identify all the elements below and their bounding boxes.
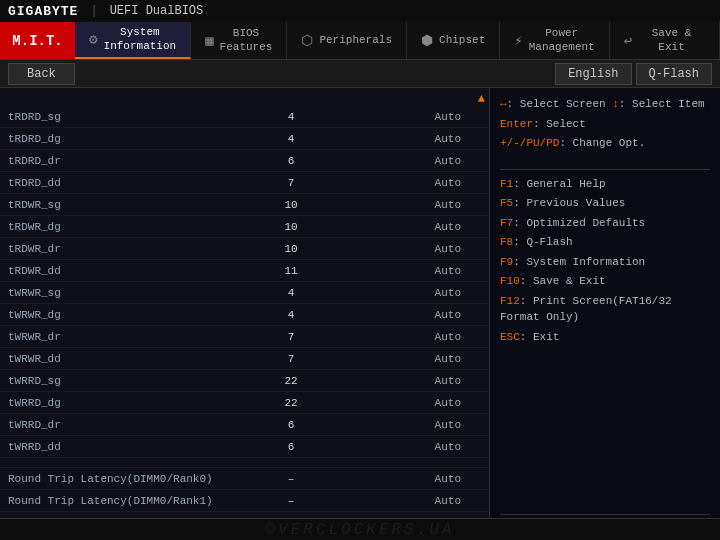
row-value: 10: [235, 243, 348, 255]
table-row[interactable]: tWRWR_sg 4 Auto: [0, 282, 489, 304]
nav-bios-features[interactable]: ▦ BIOSFeatures: [191, 22, 287, 59]
help-desc: : Save & Exit: [520, 275, 606, 287]
help-desc: : Print Screen(FAT16/32 Format Only): [500, 295, 672, 324]
language-button[interactable]: English: [555, 63, 631, 85]
help-panel: ↔: Select Screen ↕: Select Item Enter: S…: [490, 88, 720, 540]
table-row[interactable]: tWRRD_dr 6 Auto: [0, 414, 489, 436]
row-value: 22: [235, 397, 348, 409]
table-row[interactable]: tWRRD_dd 6 Auto: [0, 436, 489, 458]
table-row[interactable]: tRDWR_dr 10 Auto: [0, 238, 489, 260]
row-name: tWRWR_sg: [8, 287, 235, 299]
help-divider: [500, 169, 710, 170]
table-row[interactable]: Round Trip Latency(DIMM0/Rank1) – Auto: [0, 490, 489, 512]
table-row[interactable]: tWRRD_sg 22 Auto: [0, 370, 489, 392]
row-name: tWRWR_dg: [8, 309, 235, 321]
table-row[interactable]: tRDRD_dg 4 Auto: [0, 128, 489, 150]
help-key: F12: [500, 295, 520, 307]
enter-desc: : Select: [533, 118, 586, 130]
nav-system-information[interactable]: ⚙ SystemInformation: [75, 22, 191, 59]
row-option: Auto: [348, 375, 481, 387]
table-row[interactable]: Round Trip Latency(DIMM0/Rank0) – Auto: [0, 468, 489, 490]
row-option: Auto: [348, 441, 481, 453]
help-desc: : Previous Values: [513, 197, 625, 209]
row-value: 7: [235, 331, 348, 343]
nav-save-exit-label: Save & Exit: [638, 27, 705, 53]
bios-table[interactable]: ▲ tRDRD_sg 4 Auto tRDRD_dg 4 Auto tRDRD_…: [0, 88, 490, 540]
row-option: Auto: [348, 133, 481, 145]
table-row[interactable]: tRDRD_sg 4 Auto: [0, 106, 489, 128]
row-name: tWRRD_dr: [8, 419, 235, 431]
help-desc: : Exit: [520, 331, 560, 343]
row-name: tRDRD_sg: [8, 111, 235, 123]
nav-peripherals-label: Peripherals: [319, 34, 392, 47]
main-content: ▲ tRDRD_sg 4 Auto tRDRD_dg 4 Auto tRDRD_…: [0, 88, 720, 540]
help-key: F5: [500, 197, 513, 209]
row-option: Auto: [348, 473, 481, 485]
row-value: 4: [235, 133, 348, 145]
ud-arrows-icon: ↕: [612, 98, 619, 110]
help-key: F10: [500, 275, 520, 287]
watermark: ©VERCLOCKERS.UA: [265, 521, 454, 539]
table-row[interactable]: tRDWR_dd 11 Auto: [0, 260, 489, 282]
row-name: tWRRD_dd: [8, 441, 235, 453]
row-value: 6: [235, 419, 348, 431]
help-change: +/-/PU/PD: Change Opt.: [500, 135, 710, 152]
toolbar: Back English Q-Flash: [0, 60, 720, 88]
table-row[interactable]: tRDRD_dd 7 Auto: [0, 172, 489, 194]
arrows-screen-text: : Select Screen: [507, 98, 613, 110]
nav-peripherals[interactable]: ⬡ Peripherals: [287, 22, 407, 59]
mit-tab[interactable]: M.I.T.: [0, 22, 75, 59]
help-key-line: F7: Optimized Defaults: [500, 215, 710, 232]
titlebar-sep: |: [90, 4, 97, 18]
nav-power-label: PowerManagement: [529, 27, 595, 53]
chipset-icon: ⬢: [421, 32, 433, 49]
help-desc: : Optimized Defaults: [513, 217, 645, 229]
row-value: 4: [235, 309, 348, 321]
help-key: F1: [500, 178, 513, 190]
table-row[interactable]: tWRWR_dg 4 Auto: [0, 304, 489, 326]
arrows-icon: ↔: [500, 98, 507, 110]
row-name: tWRWR_dd: [8, 353, 235, 365]
row-name: Round Trip Latency(DIMM0/Rank1): [8, 495, 235, 507]
help-nav-arrows: ↔: Select Screen ↕: Select Item: [500, 96, 710, 113]
row-name: tRDRD_dd: [8, 177, 235, 189]
help-key: F9: [500, 256, 513, 268]
table-row[interactable]: tRDWR_dg 10 Auto: [0, 216, 489, 238]
titlebar-subtitle: UEFI DualBIOS: [110, 4, 204, 18]
save-exit-icon: ↩: [624, 32, 632, 49]
table-row[interactable]: tWRWR_dd 7 Auto: [0, 348, 489, 370]
row-option: Auto: [348, 177, 481, 189]
row-value: 10: [235, 221, 348, 233]
row-name: tRDRD_dg: [8, 133, 235, 145]
power-icon: ⚡: [514, 32, 522, 49]
navbar: M.I.T. ⚙ SystemInformation ▦ BIOSFeature…: [0, 22, 720, 60]
nav-power-management[interactable]: ⚡ PowerManagement: [500, 22, 609, 59]
qflash-button[interactable]: Q-Flash: [636, 63, 712, 85]
table-row[interactable]: tWRRD_dg 22 Auto: [0, 392, 489, 414]
row-option: Auto: [348, 265, 481, 277]
row-option: Auto: [348, 199, 481, 211]
titlebar: GIGABYTE | UEFI DualBIOS: [0, 0, 720, 22]
row-value: 10: [235, 199, 348, 211]
help-navigation: ↔: Select Screen ↕: Select Item Enter: S…: [500, 96, 710, 155]
row-value: 4: [235, 111, 348, 123]
table-row[interactable]: [0, 458, 489, 468]
table-row[interactable]: tWRWR_dr 7 Auto: [0, 326, 489, 348]
row-option: Auto: [348, 111, 481, 123]
bios-features-icon: ▦: [205, 32, 213, 49]
enter-key: Enter: [500, 118, 533, 130]
row-option: Auto: [348, 309, 481, 321]
table-row[interactable]: tRDWR_sg 10 Auto: [0, 194, 489, 216]
back-button[interactable]: Back: [8, 63, 75, 85]
row-name: tRDWR_sg: [8, 199, 235, 211]
nav-save-exit[interactable]: ↩ Save & Exit: [610, 22, 720, 59]
help-desc: : General Help: [513, 178, 605, 190]
help-key-line: F1: General Help: [500, 176, 710, 193]
nav-chipset[interactable]: ⬢ Chipset: [407, 22, 500, 59]
row-option: Auto: [348, 419, 481, 431]
row-value: –: [235, 473, 348, 485]
row-value: –: [235, 495, 348, 507]
help-key-line: F5: Previous Values: [500, 195, 710, 212]
scroll-up-arrow: ▲: [478, 92, 485, 106]
table-row[interactable]: tRDRD_dr 6 Auto: [0, 150, 489, 172]
